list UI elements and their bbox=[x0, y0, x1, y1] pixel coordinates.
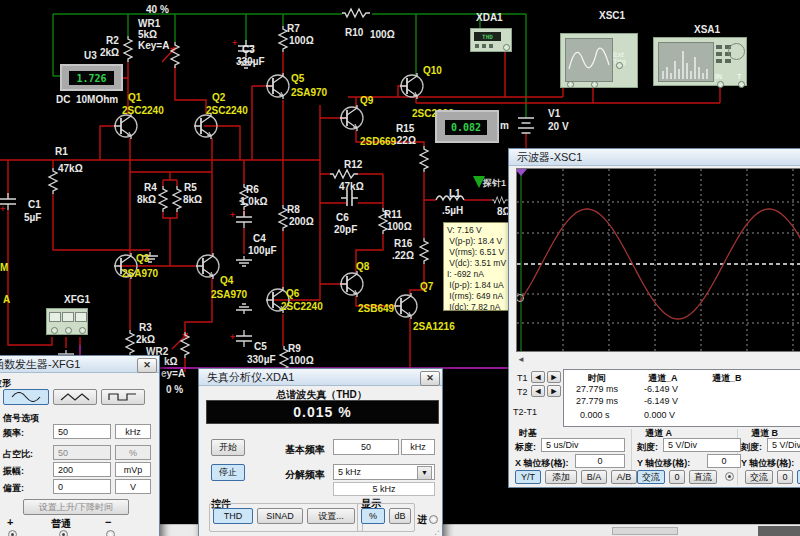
scope-t1-right-button[interactable]: ► bbox=[547, 371, 561, 383]
function-generator-titlebar[interactable]: 函数发生器-XFG1 bbox=[0, 356, 159, 373]
multisim-workspace: ++ ++ 40 %WR15kΩKey=AR22kΩU3DC 10MOhmQ12… bbox=[0, 0, 800, 536]
scope-screen[interactable] bbox=[516, 168, 800, 352]
xfg-amplitude-unit[interactable]: mVp bbox=[115, 462, 151, 477]
xfg-offset-label: 偏置: bbox=[3, 482, 24, 495]
scope-add-button[interactable]: 添加 bbox=[545, 470, 577, 484]
scope-t2-time: 27.779 ms bbox=[576, 396, 618, 406]
scope-yt-button[interactable]: Y/T bbox=[515, 470, 541, 484]
scope-scroll-arrow[interactable]: ◄ bbox=[517, 355, 525, 364]
xfg-common-terminal[interactable] bbox=[59, 530, 68, 536]
xfg-icon-terminal-common bbox=[65, 327, 72, 334]
oscilloscope-title: 示波器-XSC1 bbox=[517, 151, 582, 163]
xfg-close-button[interactable]: ✕ bbox=[137, 358, 157, 373]
xda-corner-indicator bbox=[429, 515, 438, 524]
scope-timebase-offset-input[interactable]: 0 bbox=[575, 454, 625, 468]
scope-timebase-scale-label: 标度: bbox=[515, 441, 536, 454]
scope-channel-a-dc-button[interactable]: 直流 bbox=[689, 470, 717, 484]
scope-ab-button[interactable]: A/B bbox=[611, 470, 637, 484]
scope-t1-time: 27.779 ms bbox=[576, 384, 618, 394]
probe-tooltip-line: V: 7.16 V bbox=[447, 225, 508, 236]
xda-db-button[interactable]: dB bbox=[389, 508, 411, 524]
xfg-duty-input[interactable]: 50 bbox=[53, 445, 111, 460]
function-generator-window: 函数发生器-XFG1 ✕ 波形 信号选项 频率: 50 kHz 占空比: 50 … bbox=[0, 355, 160, 536]
xfg-frequency-input[interactable]: 50 bbox=[53, 424, 111, 439]
xda-percent-button[interactable]: % bbox=[361, 508, 385, 524]
xfg-triangle-wave-button[interactable] bbox=[53, 389, 97, 405]
probe-tooltip: V: 7.16 V V(p-p): 18.4 V V(rms): 6.51 V … bbox=[443, 222, 509, 311]
xda-resolution-combo[interactable]: 5 kHz ▼ bbox=[333, 464, 435, 480]
xda-start-button[interactable]: 开始 bbox=[211, 439, 245, 456]
multimeter-output[interactable]: 0.082 bbox=[435, 110, 499, 143]
multimeter-u3[interactable]: 1.726 bbox=[60, 64, 123, 91]
xda-corner-label: 进 bbox=[417, 513, 427, 527]
xfg-duty-unit[interactable]: % bbox=[115, 445, 151, 460]
scope-timebase-scale-input[interactable]: 5 us/Div bbox=[541, 438, 625, 452]
scope-ba-button[interactable]: B/A bbox=[581, 470, 607, 484]
xfg-rise-fall-button[interactable]: 设置上升/下降时间 bbox=[23, 499, 129, 515]
scope-t1-label: T1 bbox=[517, 373, 528, 383]
xda-resize-grip[interactable]: ⋰ bbox=[431, 529, 440, 536]
xfg-minus-terminal[interactable] bbox=[106, 530, 115, 536]
function-generator-icon[interactable] bbox=[46, 308, 88, 335]
scope-channel-a-scale-input[interactable]: 5 V/Div bbox=[663, 438, 741, 452]
multimeter-u3-display: 1.726 bbox=[69, 71, 114, 85]
svg-text:+: + bbox=[232, 38, 237, 48]
xda-sinad-button[interactable]: SINAD bbox=[257, 508, 303, 524]
scope-channel-b-ac-button[interactable]: 交流 bbox=[745, 470, 773, 484]
scope-channel-a-offset-input[interactable]: 0 bbox=[707, 454, 741, 468]
scrollbar-corner bbox=[758, 526, 800, 536]
xfg-amplitude-input[interactable]: 200 bbox=[53, 462, 111, 477]
xda-icon-knob bbox=[482, 44, 486, 48]
scope-t2-right-button[interactable]: ► bbox=[547, 385, 561, 397]
xfg-sine-wave-button[interactable] bbox=[3, 389, 49, 405]
xda-icon-display: THD bbox=[474, 32, 501, 41]
xfg-square-wave-button[interactable] bbox=[101, 389, 145, 405]
scope-t1-left-button[interactable]: ◄ bbox=[531, 371, 545, 383]
triangle-wave-icon bbox=[60, 392, 90, 402]
scope-channel-a-ac-button[interactable]: 交流 bbox=[637, 470, 665, 484]
oscilloscope-titlebar[interactable]: 示波器-XSC1 bbox=[509, 149, 800, 166]
xfg-icon-terminal-plus bbox=[51, 327, 58, 334]
xda-fundamental-unit[interactable]: kHz bbox=[401, 439, 435, 455]
xfg-plus-terminal[interactable] bbox=[8, 530, 17, 536]
spectrum-analyzer-icon[interactable]: IN T bbox=[653, 37, 747, 86]
probe-tooltip-line: V(rms): 6.51 V bbox=[447, 247, 508, 258]
xfg-amplitude-label: 振幅: bbox=[3, 465, 24, 478]
xsa-icon-in-label: IN bbox=[715, 73, 722, 80]
xda-thd-reading: 0.015 % bbox=[206, 400, 439, 424]
xda-settings-button[interactable]: 设置... bbox=[307, 508, 355, 524]
scope-t2-label: T2 bbox=[517, 387, 528, 397]
xda-resolution-list-item[interactable]: 5 kHz bbox=[333, 482, 435, 496]
distortion-analyzer-titlebar[interactable]: 失真分析仪-XDA1 bbox=[199, 369, 442, 386]
xsc-icon-terminal-a bbox=[567, 81, 574, 88]
distortion-analyzer-icon[interactable]: THD bbox=[470, 28, 512, 52]
scope-cursor-listbox[interactable]: 时间 通道_A 通道_B 27.779 ms -6.149 V 27.779 m… bbox=[563, 369, 800, 427]
xsa-icon-terminal-in bbox=[717, 81, 724, 88]
scope-timebase-title: 时基 bbox=[519, 427, 537, 440]
scrollbar-thumb[interactable] bbox=[612, 527, 678, 535]
xda-icon-knob bbox=[475, 44, 479, 48]
distortion-analyzer-title: 失真分析仪-XDA1 bbox=[207, 371, 294, 383]
scope-channel-b-zero-button[interactable]: 0 bbox=[777, 470, 793, 484]
xsc-icon-terminal bbox=[616, 62, 623, 69]
xfg-common-label: 普通 bbox=[51, 517, 71, 531]
multimeter-output-display: 0.082 bbox=[445, 120, 487, 135]
xda-fundamental-input[interactable]: 50 bbox=[333, 439, 399, 455]
pot-wiper-arrows bbox=[170, 47, 188, 339]
probe-tooltip-line: I(dc): 7.82 nA bbox=[447, 302, 508, 311]
scope-channel-a-zero-button[interactable]: 0 bbox=[669, 470, 685, 484]
xda-close-button[interactable]: ✕ bbox=[420, 371, 440, 386]
scope-channel-a-radio[interactable] bbox=[725, 472, 734, 481]
oscilloscope-icon[interactable]: Ext Trig bbox=[560, 33, 638, 88]
xfg-offset-input[interactable]: 0 bbox=[53, 479, 111, 494]
xda-stop-button[interactable]: 停止 bbox=[211, 464, 245, 481]
xfg-frequency-unit[interactable]: kHz bbox=[115, 424, 151, 439]
xda-thd-button[interactable]: THD bbox=[213, 508, 253, 524]
scope-t2-left-button[interactable]: ◄ bbox=[531, 385, 545, 397]
scope-channel-b-scale-input[interactable]: 5 V/Div bbox=[767, 438, 800, 452]
xsa-icon-knob bbox=[728, 43, 745, 60]
xfg-offset-unit[interactable]: V bbox=[115, 479, 151, 494]
probe-tooltip-line: V(dc): 3.51 mV bbox=[447, 258, 508, 269]
chevron-down-icon[interactable]: ▼ bbox=[417, 466, 432, 480]
xfg-icon-sine-button bbox=[49, 312, 61, 322]
